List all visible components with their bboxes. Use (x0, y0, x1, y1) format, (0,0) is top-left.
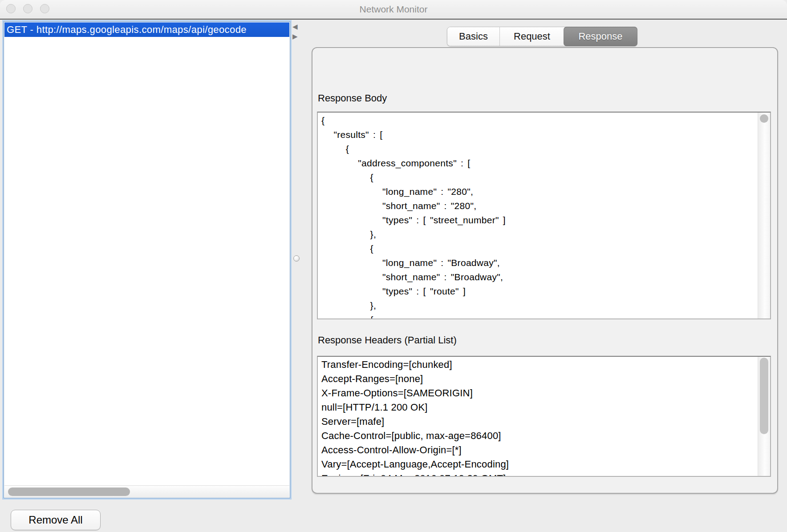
response-body-area[interactable]: { "results" : [ { "address_components" :… (317, 112, 771, 319)
network-monitor-window: Network Monitor GET - http://maps.google… (0, 0, 787, 532)
horizontal-scrollbar[interactable] (4, 485, 289, 497)
split-pane-divider[interactable]: ◀ ▶ (292, 21, 308, 498)
expand-right-icon[interactable]: ▶ (292, 33, 298, 40)
window-title: Network Monitor (0, 0, 787, 19)
tab-bar: Basics Request Response (447, 27, 637, 46)
response-headers-text[interactable]: Transfer-Encoding=[chunked] Accept-Range… (318, 357, 757, 476)
request-list[interactable]: GET - http://maps.googleapis.com/maps/ap… (4, 21, 290, 498)
response-body-label: Response Body (318, 93, 387, 104)
collapse-left-icon[interactable]: ◀ (292, 23, 298, 30)
divider-dimple-icon[interactable] (293, 255, 300, 262)
horizontal-scrollbar-thumb[interactable] (8, 488, 130, 496)
title-bar[interactable]: Network Monitor (0, 0, 787, 20)
remove-all-button[interactable]: Remove All (11, 510, 101, 530)
response-headers-label: Response Headers (Partial List) (318, 335, 457, 346)
request-list-item-selected[interactable]: GET - http://maps.googleapis.com/maps/ap… (4, 22, 289, 37)
tab-request[interactable]: Request (500, 27, 564, 46)
tab-response[interactable]: Response (564, 27, 637, 46)
response-headers-scrollbar[interactable] (758, 357, 770, 476)
response-body-text[interactable]: { "results" : [ { "address_components" :… (318, 113, 757, 318)
response-headers-area[interactable]: Transfer-Encoding=[chunked] Accept-Range… (317, 356, 771, 477)
tab-basics[interactable]: Basics (447, 27, 500, 46)
response-headers-scrollbar-thumb[interactable] (760, 358, 768, 434)
response-body-scrollbar[interactable] (758, 113, 770, 318)
response-body-scrollbar-thumb[interactable] (760, 114, 768, 123)
